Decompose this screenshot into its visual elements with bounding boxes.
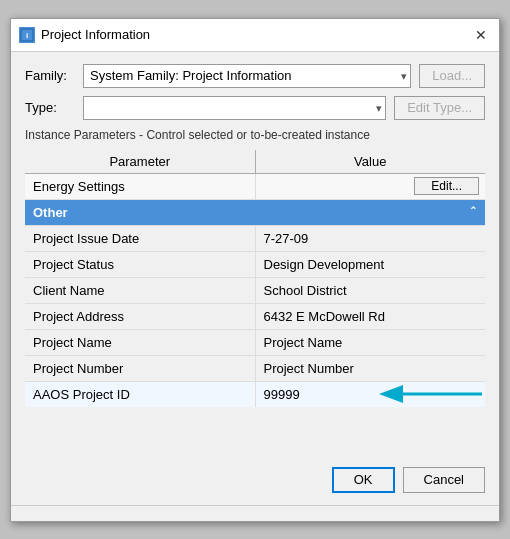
param-cell: Client Name	[25, 277, 255, 303]
dialog-title: Project Information	[41, 27, 150, 42]
family-select-wrapper[interactable]: System Family: Project Information	[83, 64, 411, 88]
value-cell: 7-27-09	[255, 225, 485, 251]
close-button[interactable]: ✕	[471, 25, 491, 45]
table-row: Client Name School District	[25, 277, 485, 303]
section-header-cell: Other ⌃	[25, 199, 485, 225]
table-row: Project Issue Date 7-27-09	[25, 225, 485, 251]
table-header-row: Parameter Value	[25, 150, 485, 174]
value-cell: Project Name	[255, 329, 485, 355]
parameters-table-wrapper[interactable]: Parameter Value Energy Settings Edit... …	[25, 150, 485, 445]
table-row: Project Number Project Number	[25, 355, 485, 381]
param-cell: Project Issue Date	[25, 225, 255, 251]
cell-value: 99999	[264, 387, 300, 402]
ok-button[interactable]: OK	[332, 467, 395, 493]
status-bar	[11, 505, 499, 521]
value-cell: 99999	[255, 381, 485, 407]
table-body: Energy Settings Edit... Other ⌃ Project …	[25, 173, 485, 407]
family-label: Family:	[25, 68, 75, 83]
table-row: Other ⌃	[25, 199, 485, 225]
title-bar: i Project Information ✕	[11, 19, 499, 52]
dialog-footer: OK Cancel	[11, 457, 499, 505]
param-cell: AAOS Project ID	[25, 381, 255, 407]
table-row: Project Address 6432 E McDowell Rd	[25, 303, 485, 329]
param-cell: Project Address	[25, 303, 255, 329]
arrow-annotation	[377, 383, 485, 405]
type-label: Type:	[25, 100, 75, 115]
type-select-wrapper[interactable]	[83, 96, 386, 120]
title-bar-left: i Project Information	[19, 27, 150, 43]
project-information-dialog: i Project Information ✕ Family: System F…	[10, 18, 500, 522]
table-row: Project Status Design Development	[25, 251, 485, 277]
load-button[interactable]: Load...	[419, 64, 485, 88]
value-cell: School District	[255, 277, 485, 303]
param-cell: Project Number	[25, 355, 255, 381]
value-cell: 6432 E McDowell Rd	[255, 303, 485, 329]
dialog-icon: i	[19, 27, 35, 43]
instance-parameters-label: Instance Parameters - Control selected o…	[25, 128, 485, 142]
arrow-icon	[377, 383, 485, 405]
table-row: AAOS Project ID 99999	[25, 381, 485, 407]
family-row: Family: System Family: Project Informati…	[25, 64, 485, 88]
type-select[interactable]	[83, 96, 386, 120]
table-row: Project Name Project Name	[25, 329, 485, 355]
sort-icon: ⌃	[469, 205, 477, 216]
col-parameter-header: Parameter	[25, 150, 255, 174]
col-value-header: Value	[255, 150, 485, 174]
table-row: Energy Settings Edit...	[25, 173, 485, 199]
param-cell: Energy Settings	[25, 173, 255, 199]
family-select[interactable]: System Family: Project Information	[83, 64, 411, 88]
section-header-label: Other	[33, 205, 68, 220]
value-cell: Project Number	[255, 355, 485, 381]
edit-type-button[interactable]: Edit Type...	[394, 96, 485, 120]
param-cell: Project Status	[25, 251, 255, 277]
parameters-table: Parameter Value Energy Settings Edit... …	[25, 150, 485, 408]
svg-text:i: i	[26, 31, 28, 40]
type-row: Type: Edit Type...	[25, 96, 485, 120]
value-cell: Edit...	[255, 173, 485, 199]
value-cell: Design Development	[255, 251, 485, 277]
energy-edit-button[interactable]: Edit...	[414, 177, 479, 195]
cancel-button[interactable]: Cancel	[403, 467, 485, 493]
param-cell: Project Name	[25, 329, 255, 355]
dialog-body: Family: System Family: Project Informati…	[11, 52, 499, 457]
